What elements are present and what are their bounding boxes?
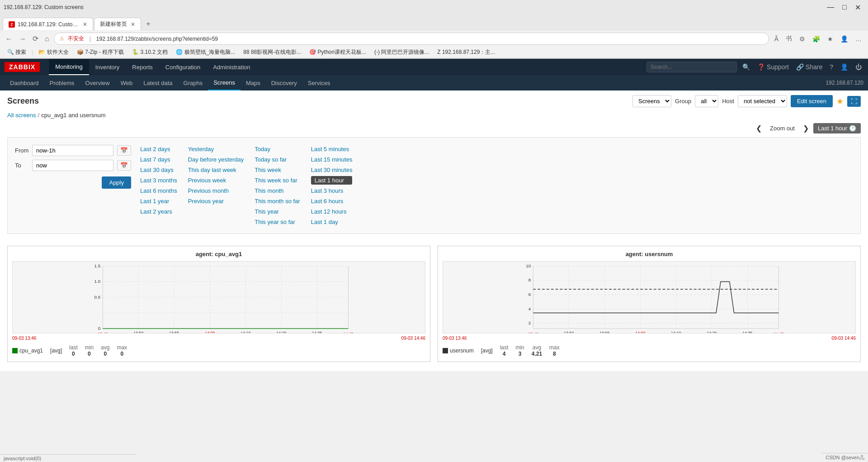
quick-link-last6hours[interactable]: Last 6 hours bbox=[311, 197, 353, 205]
bookmark-zabbix[interactable]: Z 192.168.87.129：主... bbox=[434, 48, 499, 57]
to-row: To now 📅 bbox=[15, 160, 131, 171]
bookmark-alibaba[interactable]: (-) 阿里巴巴开源镜像... bbox=[371, 48, 433, 57]
quick-link-last15min[interactable]: Last 15 minutes bbox=[311, 155, 353, 164]
subnav-overview[interactable]: Overview bbox=[80, 75, 115, 90]
subnav-services[interactable]: Services bbox=[302, 75, 336, 90]
user-profile-button[interactable]: 👤 bbox=[839, 62, 850, 72]
to-calendar-button[interactable]: 📅 bbox=[117, 160, 131, 171]
quick-link-last7days[interactable]: Last 7 days bbox=[140, 155, 177, 164]
bookmark-software[interactable]: 📂 软件大全 bbox=[35, 48, 72, 57]
favorites-button[interactable]: ★ bbox=[825, 33, 836, 45]
bookmark-7zip[interactable]: 📦 7-Zip - 程序下载 bbox=[73, 48, 127, 57]
subnav-problems[interactable]: Problems bbox=[44, 75, 80, 90]
quick-link-last30min[interactable]: Last 30 minutes bbox=[311, 166, 353, 174]
quick-link-daybefore[interactable]: Day before yesterday bbox=[188, 155, 244, 164]
from-input[interactable]: now-1h bbox=[32, 145, 113, 156]
svg-text:13:50: 13:50 bbox=[133, 331, 143, 333]
subnav-screens[interactable]: Screens bbox=[208, 75, 241, 90]
browser-tab-2[interactable]: 新建标签页 ✕ bbox=[94, 18, 141, 30]
quick-link-todaysofar[interactable]: Today so far bbox=[255, 155, 300, 164]
refresh-button[interactable]: ⟳ bbox=[31, 33, 40, 45]
svg-text:14:10: 14:10 bbox=[671, 331, 681, 333]
quick-link-last30days[interactable]: Last 30 days bbox=[140, 166, 177, 174]
subnav-discovery[interactable]: Discovery bbox=[266, 75, 302, 90]
screens-selector[interactable]: Screens bbox=[632, 95, 671, 107]
share-link[interactable]: 🔗 Share bbox=[794, 62, 824, 72]
quick-link-thisyear[interactable]: This year bbox=[255, 207, 300, 216]
new-tab-button[interactable]: + bbox=[142, 18, 155, 30]
home-button[interactable]: ⌂ bbox=[43, 33, 51, 45]
bookmark-88video[interactable]: 88 88影视网-在线电影... bbox=[240, 48, 305, 57]
translate-button[interactable]: Ă bbox=[772, 33, 781, 45]
topnav-configuration[interactable]: Configuration bbox=[159, 59, 207, 75]
fullscreen-button[interactable]: ⛶ bbox=[847, 96, 861, 107]
quick-link-last2days[interactable]: Last 2 days bbox=[140, 145, 177, 153]
quick-link-previousmonth[interactable]: Previous month bbox=[188, 186, 244, 195]
apply-button[interactable]: Apply bbox=[102, 176, 131, 189]
zoom-out-button[interactable]: Zoom out bbox=[766, 123, 798, 133]
zoom-next-button[interactable]: ❯ bbox=[800, 123, 811, 133]
zoom-prev-button[interactable]: ❮ bbox=[753, 123, 764, 133]
extensions-button[interactable]: 🧩 bbox=[810, 33, 823, 45]
quick-link-last1hour[interactable]: Last 1 hour bbox=[311, 176, 353, 185]
quick-link-last5min[interactable]: Last 5 minutes bbox=[311, 145, 353, 153]
quick-link-last2years[interactable]: Last 2 years bbox=[140, 207, 177, 216]
last-period-button[interactable]: Last 1 hour 🕐 bbox=[813, 123, 861, 133]
quick-link-last6months[interactable]: Last 6 months bbox=[140, 186, 177, 195]
breadcrumb-all-screens[interactable]: All screens bbox=[7, 112, 36, 119]
help-button[interactable]: ? bbox=[828, 62, 835, 72]
subnav-ip: 192.168.87.120 bbox=[826, 80, 863, 86]
browser-tab-active[interactable]: Z 192.168.87.129: Custom screens ✕ bbox=[3, 18, 93, 30]
from-calendar-button[interactable]: 📅 bbox=[117, 145, 131, 156]
subnav-dashboard[interactable]: Dashboard bbox=[5, 75, 44, 90]
host-selector[interactable]: not selected bbox=[738, 95, 787, 107]
bookmark-wallpaper[interactable]: 🌐 极简壁纸_海量电脑... bbox=[172, 48, 239, 57]
quick-link-thisdaylastweek[interactable]: This day last week bbox=[188, 166, 244, 174]
subnav-graphs[interactable]: Graphs bbox=[178, 75, 208, 90]
quick-link-last1year[interactable]: Last 1 year bbox=[140, 197, 177, 205]
support-link[interactable]: ❓ Support bbox=[755, 62, 791, 72]
quick-link-last3hours[interactable]: Last 3 hours bbox=[311, 186, 353, 195]
quick-link-thisyearsofar[interactable]: This year so far bbox=[255, 218, 300, 226]
bookmark-docs[interactable]: 🐍 3.10.2 文档 bbox=[128, 48, 171, 57]
quick-link-last12hours[interactable]: Last 12 hours bbox=[311, 207, 353, 216]
quick-link-thismonsofar[interactable]: This month so far bbox=[255, 197, 300, 205]
tab-close-active[interactable]: ✕ bbox=[83, 21, 87, 28]
bookmark-python[interactable]: 🎯 Python课程天花板... bbox=[306, 48, 370, 57]
logout-button[interactable]: ⏻ bbox=[854, 62, 863, 72]
quick-link-thisweek[interactable]: This week bbox=[255, 166, 300, 174]
topnav-monitoring[interactable]: Monitoring bbox=[49, 59, 89, 75]
bookmark-search[interactable]: 🔍 搜索 bbox=[4, 48, 30, 57]
subnav-web[interactable]: Web bbox=[115, 75, 138, 90]
quick-link-previousweek[interactable]: Previous week bbox=[188, 176, 244, 185]
maximize-button[interactable]: □ bbox=[839, 2, 850, 12]
minimize-button[interactable]: — bbox=[823, 2, 838, 12]
topnav-inventory[interactable]: Inventory bbox=[89, 59, 126, 75]
favorite-button[interactable]: ★ bbox=[836, 96, 844, 106]
address-box[interactable]: ⚠ 不安全 | 192.168.87.129/zabbix/screens.ph… bbox=[54, 33, 769, 45]
quick-link-last3months[interactable]: Last 3 months bbox=[140, 176, 177, 185]
profile-button[interactable]: 👤 bbox=[838, 33, 851, 45]
quick-link-previousyear[interactable]: Previous year bbox=[188, 197, 244, 205]
to-input[interactable]: now bbox=[32, 160, 113, 171]
more-button[interactable]: … bbox=[853, 33, 864, 45]
topnav-administration[interactable]: Administration bbox=[207, 59, 256, 75]
subnav-latest-data[interactable]: Latest data bbox=[138, 75, 178, 90]
search-icon-button[interactable]: 🔍 bbox=[741, 62, 752, 72]
quick-link-thisweeksofar[interactable]: This week so far bbox=[255, 176, 300, 185]
quick-link-thismonth[interactable]: This month bbox=[255, 186, 300, 195]
group-selector[interactable]: all bbox=[695, 95, 718, 107]
edit-screen-button[interactable]: Edit screen bbox=[791, 95, 833, 107]
subnav-maps[interactable]: Maps bbox=[241, 75, 266, 90]
quick-link-last1day[interactable]: Last 1 day bbox=[311, 218, 353, 226]
close-button[interactable]: ✕ bbox=[851, 2, 864, 13]
settings-button[interactable]: ⚙ bbox=[797, 33, 808, 45]
forward-button[interactable]: → bbox=[17, 33, 28, 45]
reader-button[interactable]: 书 bbox=[783, 33, 795, 45]
topnav-reports[interactable]: Reports bbox=[126, 59, 159, 75]
global-search-input[interactable] bbox=[646, 62, 737, 72]
back-button[interactable]: ← bbox=[4, 33, 14, 45]
quick-link-today[interactable]: Today bbox=[255, 145, 300, 153]
tab-close-2[interactable]: ✕ bbox=[131, 21, 135, 28]
quick-link-yesterday[interactable]: Yesterday bbox=[188, 145, 244, 153]
